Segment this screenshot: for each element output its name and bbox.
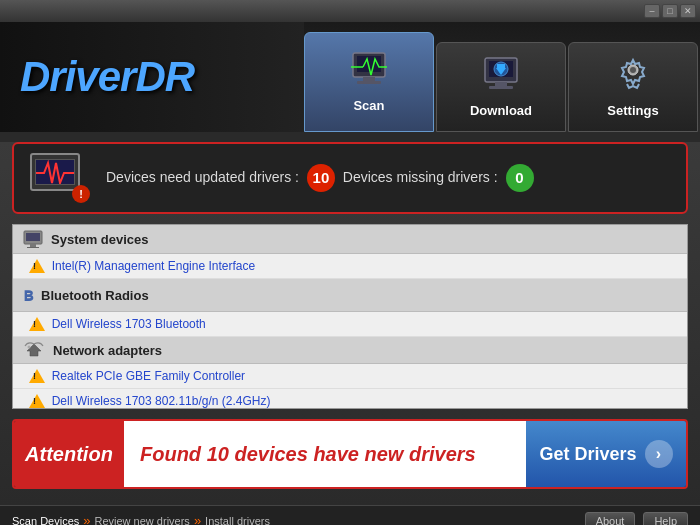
missing-count-badge: 0: [506, 164, 534, 192]
footer-nav-review-drivers[interactable]: Review new drivers: [95, 515, 190, 526]
list-item[interactable]: Dell Wireless 1703 802.11b/g/n (2.4GHz): [13, 389, 687, 409]
logo-suffix: DR: [135, 53, 194, 100]
svg-rect-16: [30, 244, 36, 247]
svg-rect-15: [26, 233, 40, 241]
scan-icon: [349, 51, 389, 94]
bluetooth-icon: ʙ: [23, 284, 33, 306]
warning-icon: [29, 369, 45, 383]
minimize-button[interactable]: –: [644, 4, 660, 18]
warning-icon: [29, 259, 45, 273]
nav-tabs: Scan Download: [304, 22, 700, 132]
device-list-container[interactable]: System devices Intel(R) Management Engin…: [12, 224, 688, 409]
settings-icon: [613, 56, 653, 99]
close-button[interactable]: ✕: [680, 4, 696, 18]
footer-nav-scan-devices[interactable]: Scan Devices: [12, 515, 79, 526]
alert-badge: !: [72, 185, 90, 203]
list-item[interactable]: Dell Wireless 1703 Bluetooth: [13, 312, 687, 337]
svg-rect-3: [363, 77, 375, 81]
action-bar: Attention Found 10 devices have new driv…: [12, 419, 688, 489]
logo-area: DriverDR: [0, 22, 304, 132]
get-drivers-text: Get Drivers: [539, 444, 636, 465]
attention-message: Found 10 devices have new drivers: [124, 421, 526, 487]
category-network: Network adapters: [13, 337, 687, 364]
category-bluetooth: ʙ Bluetooth Radios: [13, 279, 687, 312]
footer-nav-arrow-2: »: [194, 513, 201, 525]
tab-download-label: Download: [470, 103, 532, 118]
header: DriverDR Scan: [0, 22, 700, 132]
svg-rect-17: [27, 247, 39, 248]
warning-icon: [29, 394, 45, 408]
app-logo: DriverDR: [20, 53, 194, 101]
list-item[interactable]: Intel(R) Management Engine Interface: [13, 254, 687, 279]
footer-right: About Help: [585, 512, 688, 526]
category-system-devices: System devices: [13, 225, 687, 254]
svg-rect-4: [357, 81, 381, 84]
help-button[interactable]: Help: [643, 512, 688, 526]
tab-settings-label: Settings: [607, 103, 658, 118]
tab-download[interactable]: Download: [436, 42, 566, 132]
get-drivers-button[interactable]: Get Drivers ›: [526, 421, 686, 487]
device-list: System devices Intel(R) Management Engin…: [13, 225, 687, 409]
arrow-icon: ›: [645, 440, 673, 468]
footer-nav-arrow-1: »: [83, 513, 90, 525]
tab-scan-label: Scan: [353, 98, 384, 113]
svg-rect-10: [495, 82, 507, 86]
main-content: ! Devices need updated drivers : 10 Devi…: [0, 142, 700, 505]
title-bar: – □ ✕: [0, 0, 700, 22]
svg-rect-9: [497, 64, 505, 68]
status-bar: ! Devices need updated drivers : 10 Devi…: [12, 142, 688, 214]
list-item[interactable]: Realtek PCIe GBE Family Controller: [13, 364, 687, 389]
warning-icon: [29, 317, 45, 331]
about-button[interactable]: About: [585, 512, 636, 526]
svg-point-13: [630, 67, 636, 73]
download-icon: [481, 56, 521, 99]
tab-settings[interactable]: Settings: [568, 42, 698, 132]
footer-nav: Scan Devices » Review new drivers » Inst…: [12, 513, 270, 525]
status-icon: !: [30, 153, 90, 203]
attention-label: Attention: [14, 421, 124, 487]
svg-point-18: [28, 346, 31, 349]
logo-prefix: Driver: [20, 53, 135, 100]
tab-scan[interactable]: Scan: [304, 32, 434, 132]
maximize-button[interactable]: □: [662, 4, 678, 18]
svg-rect-11: [489, 86, 513, 89]
update-count-badge: 10: [307, 164, 335, 192]
status-text-update: Devices need updated drivers : 10 Device…: [106, 164, 538, 192]
footer: Scan Devices » Review new drivers » Inst…: [0, 505, 700, 525]
footer-nav-install-drivers[interactable]: Install drivers: [205, 515, 270, 526]
